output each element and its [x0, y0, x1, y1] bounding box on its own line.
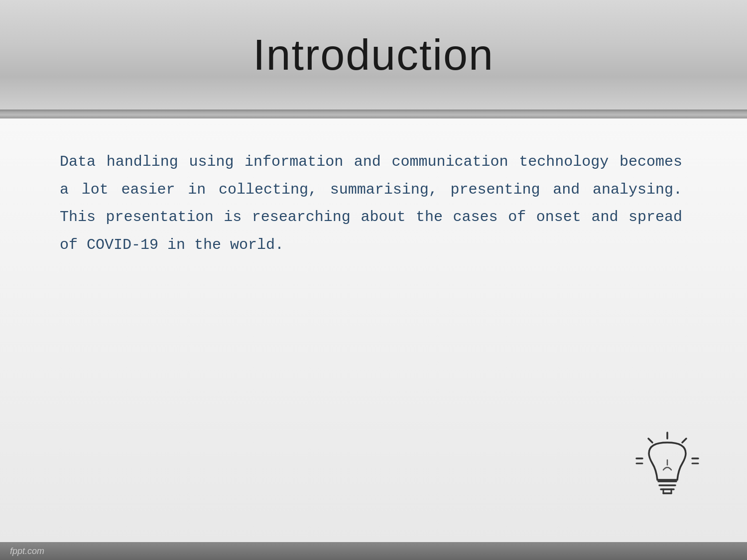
- slide-title: Introduction: [253, 29, 494, 80]
- svg-line-2: [648, 439, 652, 443]
- svg-line-1: [682, 439, 686, 443]
- slide-header: Introduction: [0, 0, 747, 110]
- footer-label: fppt.com: [10, 546, 44, 557]
- content-paragraph: Data handling using information and comm…: [60, 148, 682, 259]
- slide: Introduction Data handling using informa…: [0, 0, 747, 560]
- slide-footer: fppt.com: [0, 542, 747, 560]
- lightbulb-icon: [627, 428, 707, 507]
- slide-content: Data handling using information and comm…: [0, 118, 747, 542]
- header-divider: [0, 110, 747, 118]
